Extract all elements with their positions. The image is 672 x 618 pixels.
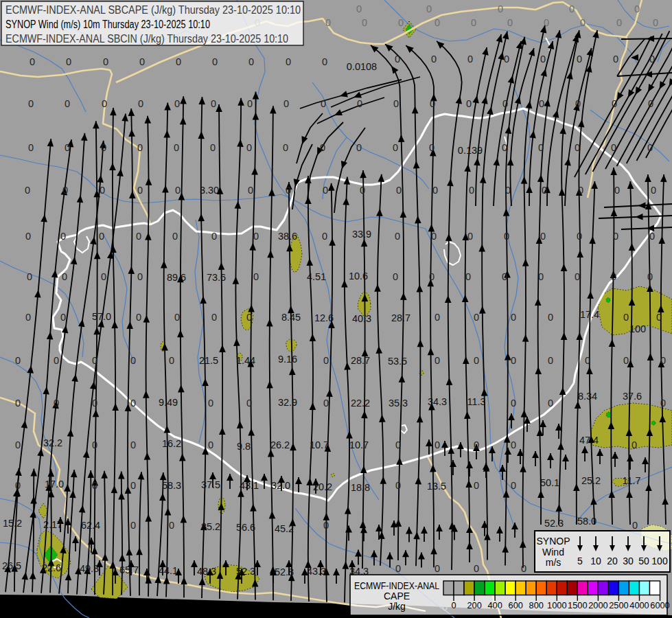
svg-text:89.6: 89.6 (167, 272, 186, 283)
svg-text:0: 0 (634, 3, 640, 14)
svg-text:0: 0 (137, 271, 143, 282)
svg-text:0: 0 (504, 54, 509, 65)
svg-text:0: 0 (498, 3, 503, 14)
svg-text:0: 0 (521, 563, 526, 574)
svg-text:0: 0 (548, 398, 553, 409)
svg-text:0: 0 (60, 312, 66, 323)
svg-text:0: 0 (60, 231, 66, 242)
svg-text:0: 0 (611, 142, 616, 153)
svg-text:0: 0 (25, 185, 30, 196)
svg-text:0: 0 (248, 185, 253, 196)
svg-text:21.5: 21.5 (199, 355, 218, 366)
svg-text:100: 100 (629, 323, 646, 334)
svg-text:0: 0 (474, 563, 479, 574)
svg-text:0: 0 (101, 271, 106, 282)
svg-text:28.7: 28.7 (351, 355, 370, 366)
svg-text:0: 0 (62, 185, 68, 196)
svg-text:0.139: 0.139 (458, 145, 483, 156)
svg-text:0: 0 (395, 439, 401, 450)
svg-text:0: 0 (611, 271, 616, 282)
svg-text:0: 0 (395, 54, 400, 65)
svg-text:0: 0 (246, 142, 252, 153)
svg-text:0: 0 (647, 142, 653, 153)
svg-text:4000: 4000 (629, 600, 649, 610)
svg-text:0: 0 (138, 98, 143, 109)
svg-text:100: 100 (651, 556, 668, 566)
svg-text:0: 0 (15, 398, 21, 409)
svg-text:0: 0 (502, 98, 508, 109)
svg-text:0: 0 (398, 17, 404, 28)
svg-text:0: 0 (15, 439, 21, 450)
svg-text:0: 0 (25, 312, 31, 323)
svg-text:0: 0 (474, 439, 479, 450)
svg-text:18.8: 18.8 (351, 482, 370, 493)
svg-text:0: 0 (396, 185, 402, 196)
svg-text:11.7: 11.7 (622, 475, 640, 486)
svg-text:0: 0 (577, 54, 582, 65)
svg-text:45.2: 45.2 (275, 523, 294, 534)
svg-text:0: 0 (393, 142, 398, 153)
svg-text:52.3: 52.3 (236, 566, 255, 577)
svg-text:0: 0 (356, 3, 362, 14)
svg-text:0: 0 (569, 3, 575, 14)
svg-text:0: 0 (632, 439, 637, 450)
svg-text:0: 0 (130, 439, 136, 450)
svg-text:0: 0 (174, 98, 180, 109)
svg-text:0: 0 (429, 271, 435, 282)
svg-text:0: 0 (585, 355, 590, 366)
svg-text:0: 0 (28, 142, 34, 153)
svg-text:0: 0 (653, 17, 658, 28)
svg-text:0: 0 (169, 520, 174, 531)
svg-text:400: 400 (487, 600, 502, 610)
svg-text:0: 0 (103, 56, 108, 67)
svg-text:37.5: 37.5 (201, 479, 220, 490)
svg-text:0: 0 (469, 185, 474, 196)
svg-text:0: 0 (435, 439, 440, 450)
svg-text:5: 5 (577, 556, 583, 566)
svg-text:0: 0 (465, 271, 471, 282)
svg-text:0: 0 (656, 312, 662, 323)
svg-text:SYNOP: SYNOP (536, 536, 570, 547)
svg-text:0: 0 (435, 312, 440, 323)
svg-text:0: 0 (62, 271, 67, 282)
svg-text:38.6: 38.6 (278, 231, 297, 242)
svg-text:0: 0 (356, 142, 362, 153)
svg-text:0: 0 (323, 355, 329, 366)
svg-text:2.17: 2.17 (43, 519, 62, 530)
svg-text:0: 0 (432, 185, 438, 196)
svg-text:0: 0 (511, 312, 516, 323)
svg-text:43.1: 43.1 (240, 480, 259, 491)
svg-text:0: 0 (539, 98, 544, 109)
svg-text:12.6: 12.6 (314, 312, 334, 323)
svg-text:0: 0 (283, 98, 289, 109)
svg-text:0.0108: 0.0108 (347, 61, 377, 72)
svg-text:0: 0 (169, 355, 174, 366)
svg-text:0: 0 (431, 231, 437, 242)
svg-text:0: 0 (137, 185, 143, 196)
svg-text:0: 0 (616, 17, 622, 28)
svg-text:0: 0 (575, 98, 581, 109)
svg-text:40.3: 40.3 (352, 313, 371, 324)
svg-text:0: 0 (612, 98, 617, 109)
svg-text:73.6: 73.6 (207, 272, 226, 283)
svg-text:10.7: 10.7 (349, 439, 369, 450)
svg-text:0: 0 (548, 355, 553, 366)
svg-text:47.4: 47.4 (579, 435, 599, 446)
svg-text:0: 0 (614, 185, 620, 196)
svg-text:0: 0 (322, 56, 327, 67)
svg-text:0: 0 (395, 231, 400, 242)
svg-text:22.2: 22.2 (351, 398, 370, 409)
svg-text:0: 0 (323, 185, 328, 196)
svg-text:3.30: 3.30 (200, 185, 219, 196)
svg-text:0: 0 (175, 185, 181, 196)
svg-text:0: 0 (431, 54, 437, 65)
svg-text:0: 0 (208, 439, 213, 450)
svg-text:0: 0 (253, 271, 259, 282)
svg-text:22.6: 22.6 (42, 562, 61, 573)
svg-text:9.8: 9.8 (237, 441, 251, 452)
svg-text:0: 0 (136, 312, 141, 323)
svg-text:ECMWF-INDEX-ANAL: ECMWF-INDEX-ANAL (354, 580, 439, 591)
svg-text:800: 800 (529, 600, 544, 610)
svg-text:0: 0 (467, 54, 473, 65)
svg-text:0: 0 (435, 355, 440, 366)
